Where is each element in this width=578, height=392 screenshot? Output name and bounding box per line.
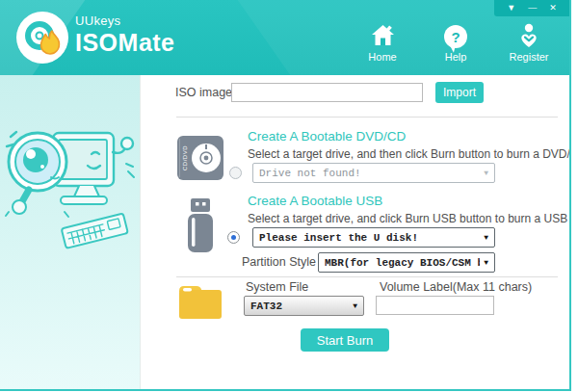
brand-block: UUkeys ISOMate: [75, 13, 175, 57]
dvd-section-subtitle: Select a target drive, and then click Bu…: [248, 147, 571, 161]
close-icon[interactable]: ✕: [549, 4, 557, 13]
disc-flame-logo-icon: [16, 12, 68, 64]
system-file-label: System File: [246, 280, 308, 294]
iso-image-input[interactable]: [231, 83, 423, 102]
main-content: ISO image: Import CD/DVD Create A Bootab…: [141, 75, 569, 389]
volume-label-input[interactable]: [376, 296, 494, 315]
usb-section-subtitle: Select a target drive, and click Burn US…: [248, 212, 567, 225]
system-file-select[interactable]: FAT32 ▼: [244, 296, 364, 316]
register-icon: [516, 21, 541, 48]
partition-style-value: MBR(for legacy BIOS/CSM boot): [325, 257, 480, 269]
nav-help-button[interactable]: ? Help: [431, 21, 481, 63]
nav-help-label: Help: [445, 51, 467, 63]
dvd-drive-select-value: Drive not found!: [259, 168, 480, 179]
chevron-down-icon: ▼: [484, 233, 488, 242]
divider: [176, 276, 558, 277]
usb-section-title: Create A Bootable USB: [248, 194, 382, 208]
mascot-computer-magnifier-illustration: [3, 112, 138, 266]
usb-drive-icon: [184, 198, 217, 254]
partition-style-label: Partition Style: [235, 255, 316, 269]
partition-style-select[interactable]: MBR(for legacy BIOS/CSM boot) ▼: [318, 252, 495, 273]
usb-drive-select[interactable]: Please insert the U disk! ▼: [252, 227, 495, 248]
usb-drive-radio[interactable]: [227, 231, 240, 244]
usb-drive-select-value: Please insert the U disk!: [259, 232, 480, 244]
brand-company: UUkeys: [75, 13, 175, 28]
isomate-window: UUkeys ISOMate ▼ — ✕ Home ?: [0, 0, 571, 391]
chevron-down-icon: ▼: [484, 258, 488, 267]
nav-home-label: Home: [368, 51, 396, 63]
app-logo: [16, 12, 68, 64]
folder-icon: [177, 283, 223, 321]
app-window: UUkeys ISOMate ▼ — ✕ Home ?: [0, 0, 578, 392]
iso-image-label: ISO image:: [175, 86, 236, 99]
help-icon: ?: [444, 21, 467, 48]
dvd-drive-radio[interactable]: [229, 167, 242, 179]
nav-register-label: Register: [510, 51, 549, 63]
dvd-cd-icon: CD/DVD: [177, 136, 223, 180]
sidebar: [0, 75, 141, 389]
nav-register-button[interactable]: Register: [504, 21, 554, 63]
start-burn-button[interactable]: Start Burn: [301, 328, 389, 352]
header-nav: Home ? Help Register: [357, 21, 554, 63]
volume-label-label: Volume Label(Max 11 chars): [380, 280, 532, 294]
dvd-drive-select[interactable]: Drive not found! ▼: [252, 163, 495, 183]
chevron-down-icon: ▼: [484, 169, 488, 177]
menu-icon[interactable]: ▼: [507, 4, 515, 13]
chevron-down-icon: ▼: [353, 301, 357, 310]
divider: [176, 117, 558, 118]
import-button[interactable]: Import: [435, 82, 484, 103]
home-icon: [370, 21, 396, 48]
window-controls: ▼ — ✕: [494, 0, 569, 16]
system-file-value: FAT32: [250, 301, 349, 312]
brand-product: ISOMate: [75, 29, 175, 57]
dvd-section-title: Create A Bootable DVD/CD: [248, 129, 406, 144]
nav-home-button[interactable]: Home: [357, 21, 407, 63]
header-bar: UUkeys ISOMate ▼ — ✕ Home ?: [0, 0, 569, 75]
minimize-icon[interactable]: —: [528, 4, 537, 13]
